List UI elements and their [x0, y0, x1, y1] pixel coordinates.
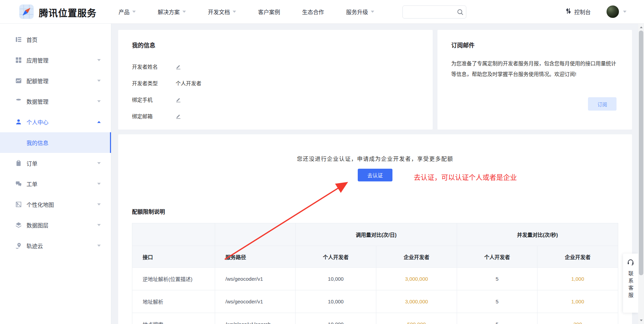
sidebar-item-home[interactable]: 首页 — [0, 29, 111, 50]
cell-enterprise-daily: 3,000,000 — [376, 268, 457, 290]
headset-icon — [627, 258, 634, 267]
user-menu[interactable] — [607, 0, 626, 23]
sidebar-item-label: 首页 — [26, 35, 37, 44]
subscribe-card-title: 订阅邮件 — [451, 41, 618, 49]
chevron-down-icon — [97, 59, 101, 61]
cell-service-path: /ws/geocoder/v1 — [215, 268, 296, 290]
column-header: 个人开发者 — [457, 246, 537, 268]
chevron-down-icon — [97, 203, 101, 205]
chevron-down-icon — [371, 11, 374, 13]
cell-personal-concurrency: 5 — [457, 290, 537, 313]
sidebar-item-my-info[interactable]: 我的信息 — [0, 132, 111, 153]
cell-enterprise-daily: 3,000,000 — [376, 290, 457, 313]
field-label: 开发者类型 — [132, 79, 176, 87]
field-label: 绑定手机 — [132, 96, 176, 103]
nav-item-service-upgrade[interactable]: 服务升级 — [346, 8, 374, 16]
sidebar: 首页 应用管理 配额管理 — [0, 24, 111, 324]
sidebar-item-label: 个性化地图 — [26, 200, 54, 209]
sidebar-item-app-management[interactable]: 应用管理 — [0, 50, 111, 70]
go-certify-button[interactable]: 去认证 — [358, 169, 392, 181]
sidebar-item-personal-center[interactable]: 个人中心 — [0, 112, 111, 132]
sidebar-item-data-layers[interactable]: 数据图层 — [0, 215, 111, 235]
chevron-down-icon — [233, 11, 236, 13]
nav-item-label: 解决方案 — [158, 8, 180, 16]
sidebar-item-label: 配额管理 — [26, 77, 48, 85]
clipboard-icon — [15, 160, 22, 167]
sidebar-item-label: 个人中心 — [26, 118, 48, 126]
nav-item-ecosystem[interactable]: 生态合作 — [302, 8, 324, 16]
group-header-concurrency: 并发量对比(次/秒) — [457, 223, 618, 246]
chevron-down-icon — [182, 11, 186, 13]
blank-header-cell — [132, 223, 215, 246]
cell-enterprise-concurrency: 200 — [537, 313, 618, 324]
contact-support-tab[interactable]: 联系客服 — [623, 254, 638, 313]
cell-api-name: 地址解析 — [132, 290, 215, 313]
sidebar-item-label: 数据管理 — [26, 97, 48, 105]
triangle-down-icon — [640, 320, 643, 321]
nav-item-label: 开发文档 — [208, 8, 230, 16]
sidebar-item-label: 我的信息 — [26, 138, 48, 147]
quota-card: 您还没进行企业认证，申请成为企业开发者，享受更多配额 去认证 去认证，可以认证个… — [118, 134, 632, 324]
chevron-down-icon — [97, 162, 101, 164]
cell-enterprise-daily: 500,000 — [376, 313, 457, 324]
console-link[interactable]: 控制台 — [565, 0, 591, 23]
quota-section-title: 配额限制说明 — [132, 207, 165, 215]
list-icon — [15, 36, 22, 43]
nav-item-solutions[interactable]: 解决方案 — [158, 8, 186, 16]
table-row: 逆地址解析(位置描述) /ws/geocoder/v1 10,000 3,000… — [132, 268, 618, 290]
chevron-down-icon — [97, 80, 101, 82]
profile-card: 我的信息 开发者姓名 开发者类型 个人开发者 绑定手机 — [118, 30, 433, 130]
profile-card-title: 我的信息 — [132, 41, 433, 49]
table-row: 地址解析 /ws/geocoder/v1 10,000 3,000,000 5 … — [132, 290, 618, 313]
grid-icon — [15, 57, 22, 64]
sidebar-item-tickets[interactable]: 工单 — [0, 174, 111, 194]
nav-item-docs[interactable]: 开发文档 — [208, 8, 236, 16]
profile-row-phone: 绑定手机 — [132, 96, 181, 103]
sidebar-item-custom-map[interactable]: 个性化地图 — [0, 194, 111, 215]
scrollbar-thumb[interactable] — [639, 31, 643, 275]
sidebar-item-quota-management[interactable]: 配额管理 — [0, 70, 111, 91]
scroll-down-arrow[interactable] — [638, 317, 644, 323]
edit-pencil-icon[interactable] — [176, 113, 181, 119]
subscribe-description: 为您准备了专属定制的开发者服务月报，包含您每月使用的接口用量统计等信息，帮助您及… — [451, 58, 620, 79]
chevron-down-icon — [97, 245, 101, 247]
sidebar-item-data-management[interactable]: 数据管理 — [0, 91, 111, 112]
edit-pencil-icon[interactable] — [176, 97, 181, 102]
column-header: 服务路径 — [215, 246, 296, 268]
sidebar-item-track-cloud[interactable]: 轨迹云 — [0, 235, 111, 256]
search-icon[interactable] — [454, 9, 466, 15]
nav-item-label: 产品 — [119, 8, 130, 16]
nav-item-cases[interactable]: 客户案例 — [258, 8, 280, 16]
column-header: 企业开发者 — [376, 246, 457, 268]
cell-api-name: 地点搜索 — [132, 313, 215, 324]
pin-icon — [15, 242, 22, 249]
compass-logo-icon — [19, 4, 34, 21]
triangle-up-icon — [640, 26, 643, 28]
user-icon — [15, 119, 22, 125]
brand-logo[interactable]: 腾讯位置服务 — [19, 4, 97, 21]
avatar[interactable] — [607, 5, 619, 18]
subscribe-card: 订阅邮件 为您准备了专属定制的开发者服务月报，包含您每月使用的接口用量统计等信息… — [437, 30, 632, 130]
database-icon — [15, 98, 22, 105]
chevron-up-icon — [97, 121, 101, 123]
cell-personal-daily: 10,000 — [296, 313, 376, 324]
cell-personal-daily: 10,000 — [296, 290, 376, 313]
quota-table: 调用量对比(次/日) 并发量对比(次/秒) 接口 服务路径 个人开发者 企业开发… — [132, 223, 618, 324]
nav-item-products[interactable]: 产品 — [119, 8, 136, 16]
subscribe-button[interactable]: 订阅 — [588, 97, 617, 111]
sidebar-item-orders[interactable]: 订单 — [0, 153, 111, 174]
cell-enterprise-concurrency: 1,000 — [537, 290, 618, 313]
search-input[interactable] — [403, 6, 454, 18]
profile-row-name: 开发者姓名 — [132, 63, 181, 70]
table-group-header-row: 调用量对比(次/日) 并发量对比(次/秒) — [132, 223, 618, 246]
field-value: 个人开发者 — [176, 79, 201, 87]
sidebar-item-label: 订单 — [26, 159, 37, 167]
cell-personal-concurrency: 5 — [457, 313, 537, 324]
vertical-scrollbar[interactable] — [638, 24, 644, 324]
scroll-up-arrow[interactable] — [638, 24, 644, 30]
edit-pencil-icon[interactable] — [176, 64, 181, 69]
table-header-row: 接口 服务路径 个人开发者 企业开发者 个人开发者 企业开发者 — [132, 246, 618, 268]
blank-header-cell — [215, 223, 296, 246]
nav-item-label: 服务升级 — [346, 8, 368, 16]
chevron-down-icon — [132, 11, 136, 13]
